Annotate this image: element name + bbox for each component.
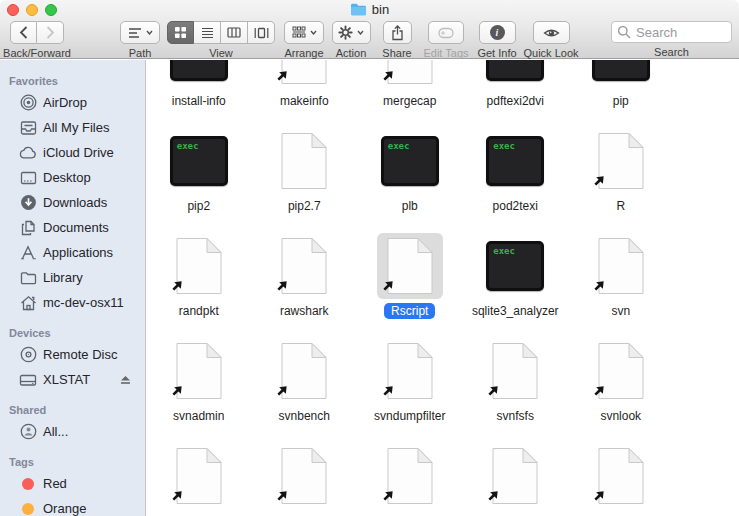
sidebar-item-label: Documents [43, 220, 109, 235]
executable-file-icon: exec [482, 60, 548, 89]
sidebar-item-label: All My Files [43, 120, 109, 135]
edit-tags-button[interactable] [428, 21, 464, 44]
alias-arrow-icon [486, 383, 501, 402]
window-title-area: bin [0, 1, 739, 18]
sidebar-item-orange[interactable]: Orange [0, 496, 145, 516]
action-label: Action [336, 47, 367, 59]
action-group: Action [325, 21, 377, 59]
file-rawshark[interactable]: rawshark [252, 231, 358, 336]
sidebar-item-applications[interactable]: Applications [0, 240, 145, 265]
file-pod2texi[interactable]: execpod2texi [463, 126, 569, 231]
quick-look-group: Quick Look [515, 21, 587, 59]
alias-arrow-icon [381, 278, 396, 297]
sidebar-item-documents[interactable]: Documents [0, 215, 145, 240]
executable-file-icon: exec [166, 128, 232, 194]
sidebar-item-icloud-drive[interactable]: iCloud Drive [0, 140, 145, 165]
sidebar-section-title: Shared [0, 401, 145, 419]
document-file-icon [377, 338, 443, 404]
info-icon: i [490, 25, 505, 40]
file-name-label: plb [395, 198, 425, 214]
document-file-icon [482, 443, 548, 509]
document-icon [490, 342, 540, 400]
view-grid-button[interactable] [167, 21, 194, 44]
file-unnamed[interactable] [146, 441, 252, 516]
view-columns-button[interactable] [221, 21, 248, 44]
file-pip2-7[interactable]: pip2.7 [252, 126, 358, 231]
desktop-icon [19, 169, 37, 187]
sidebar-item-xlstat[interactable]: XLSTAT [0, 367, 145, 392]
back-forward-label: Back/Forward [3, 47, 71, 59]
alias-arrow-icon [275, 383, 290, 402]
terminal-icon: exec [381, 136, 439, 186]
sidebar-item-label: Remote Disc [43, 347, 117, 362]
file-svnfsfs[interactable]: svnfsfs [463, 336, 569, 441]
file-svn[interactable]: svn [568, 231, 674, 336]
file-svnbench[interactable]: svnbench [252, 336, 358, 441]
file-svndumpfilter[interactable]: svndumpfilter [357, 336, 463, 441]
document-file-icon [271, 128, 337, 194]
window-title: bin [372, 2, 389, 17]
sidebar-item-all-my-files[interactable]: All My Files [0, 115, 145, 140]
file-unnamed[interactable] [463, 441, 569, 516]
sidebar-item-downloads[interactable]: Downloads [0, 190, 145, 215]
document-file-icon [588, 233, 654, 299]
share-icon [391, 25, 404, 41]
view-list-button[interactable] [194, 21, 221, 44]
back-button[interactable] [10, 21, 37, 44]
document-icon [279, 132, 329, 190]
share-button[interactable] [383, 21, 412, 44]
file-rscript[interactable]: Rscript [357, 231, 463, 336]
file-plb[interactable]: execplb [357, 126, 463, 231]
document-file-icon [377, 60, 443, 89]
document-icon [174, 447, 224, 505]
file-makeinfo[interactable]: makeinfo [252, 60, 358, 126]
document-icon [385, 237, 435, 295]
forward-button[interactable] [37, 21, 64, 44]
window-body: FavoritesAirDropAll My FilesiCloud Drive… [0, 60, 739, 516]
exec-badge: exec [388, 141, 410, 151]
sidebar-item-red[interactable]: Red [0, 471, 145, 496]
sidebar-item-mc-dev-osx11[interactable]: mc-dev-osx11 [0, 290, 145, 315]
eject-button[interactable] [119, 374, 132, 385]
file-install-info[interactable]: execinstall-info [146, 60, 252, 126]
arrange-label: Arrange [284, 47, 323, 59]
action-button[interactable] [332, 21, 371, 44]
globe-icon [19, 423, 37, 441]
sidebar-item-all[interactable]: All... [0, 419, 145, 444]
quick-look-button[interactable] [533, 21, 570, 44]
file-svnadmin[interactable]: svnadmin [146, 336, 252, 441]
sidebar-item-remote-disc[interactable]: Remote Disc [0, 342, 145, 367]
file-svnlook[interactable]: svnlook [568, 336, 674, 441]
sidebar-item-label: Library [43, 270, 83, 285]
arrange-button[interactable] [284, 21, 324, 44]
file-pip[interactable]: execpip [568, 60, 674, 126]
get-info-button[interactable]: i [479, 21, 516, 44]
list-view-icon [201, 27, 214, 39]
file-unnamed[interactable] [568, 441, 674, 516]
file-unnamed[interactable] [357, 441, 463, 516]
coverflow-view-icon [254, 27, 269, 39]
document-file-icon [482, 338, 548, 404]
path-button[interactable] [120, 21, 160, 44]
chevron-down-icon [357, 30, 364, 35]
file-sqlite3-analyzer[interactable]: execsqlite3_analyzer [463, 231, 569, 336]
folder-icon [19, 269, 37, 287]
all-my-files-icon [19, 119, 37, 137]
sidebar-item-airdrop[interactable]: AirDrop [0, 90, 145, 115]
file-mergecap[interactable]: mergecap [357, 60, 463, 126]
sidebar-item-library[interactable]: Library [0, 265, 145, 290]
view-coverflow-button[interactable] [248, 21, 275, 44]
file-randpkt[interactable]: randpkt [146, 231, 252, 336]
document-icon [174, 342, 224, 400]
file-unnamed[interactable] [252, 441, 358, 516]
alias-arrow-icon [486, 488, 501, 507]
sidebar-item-desktop[interactable]: Desktop [0, 165, 145, 190]
file-pdftexi2dvi[interactable]: execpdftexi2dvi [463, 60, 569, 126]
file-name-label: pip2.7 [281, 198, 328, 214]
sidebar-section-title: Tags [0, 453, 145, 471]
file-r[interactable]: R [568, 126, 674, 231]
sidebar-section-devices: DevicesRemote DiscXLSTAT [0, 324, 145, 392]
file-pip2[interactable]: execpip2 [146, 126, 252, 231]
document-file-icon [588, 443, 654, 509]
terminal-icon: exec [170, 60, 228, 81]
